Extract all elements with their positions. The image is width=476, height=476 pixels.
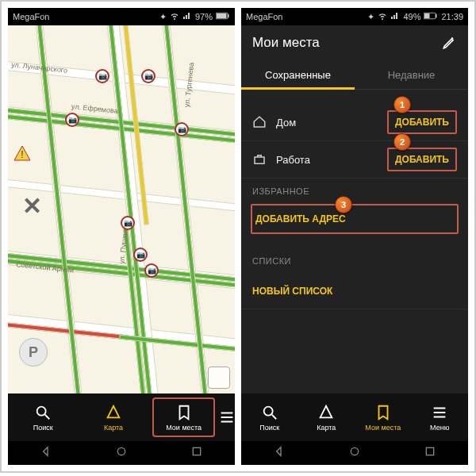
recents-button[interactable] <box>190 445 203 461</box>
highlight-box <box>152 397 215 437</box>
battery-label: 97% <box>195 12 213 21</box>
tabs: Сохраненные Недавние <box>241 60 468 90</box>
status-bar: MegaFon ✦ 97% <box>8 8 235 25</box>
carrier-label: MegaFon <box>13 12 49 21</box>
camera-icon[interactable]: 📷 <box>141 69 155 83</box>
camera-icon[interactable]: 📷 <box>65 113 79 127</box>
phone-left: MegaFon ✦ 97% <box>8 8 235 465</box>
svg-line-13 <box>272 414 277 419</box>
battery-label: 49% <box>403 12 420 21</box>
camera-icon[interactable]: 📷 <box>95 69 109 83</box>
row-home[interactable]: Дом ДОБАВИТЬ 1 <box>241 104 468 141</box>
edit-button[interactable] <box>441 35 457 51</box>
map-view[interactable]: ул. Луначарского ул. Ефремова ул. Турген… <box>8 25 235 393</box>
home-button[interactable] <box>348 445 361 461</box>
layers-button[interactable] <box>208 367 230 389</box>
nav-my-places[interactable]: Мои места <box>148 393 219 441</box>
battery-icon <box>216 12 230 21</box>
annotation-marker: 3 <box>335 196 352 213</box>
nav-my-places[interactable]: Мои места <box>355 393 412 441</box>
svg-rect-10 <box>436 14 437 18</box>
camera-icon[interactable]: 📷 <box>144 263 159 278</box>
home-icon <box>252 115 267 129</box>
camera-icon[interactable]: 📷 <box>175 122 189 136</box>
signal-icon <box>390 11 400 22</box>
tab-saved[interactable]: Сохраненные <box>241 60 355 89</box>
signal-icon <box>182 11 192 22</box>
svg-text:!: ! <box>21 149 23 160</box>
parking-button[interactable]: P <box>19 338 48 367</box>
svg-rect-11 <box>255 157 264 163</box>
tutorial-composite: MegaFon ✦ 97% <box>0 0 476 473</box>
phone-right: MegaFon ✦ 49% 21:39 Мои места Сохраненны… <box>241 8 468 465</box>
wifi-icon <box>378 11 387 22</box>
bottom-nav: Поиск Карта Мои места Меню <box>241 393 468 441</box>
svg-point-12 <box>263 406 272 415</box>
back-button[interactable] <box>40 445 52 461</box>
svg-rect-1 <box>217 13 227 18</box>
add-work-button[interactable]: ДОБАВИТЬ <box>387 148 457 171</box>
svg-point-4 <box>37 406 46 415</box>
clock-label: 21:39 <box>441 12 463 21</box>
screen-header: Мои места <box>241 25 468 60</box>
bluetooth-icon: ✦ <box>159 12 167 22</box>
nav-menu-clipped[interactable] <box>219 393 235 441</box>
favorites-section-header: ИЗБРАННОЕ <box>241 178 468 204</box>
home-button[interactable] <box>115 445 128 461</box>
svg-line-5 <box>45 414 50 419</box>
row-work[interactable]: Работа ДОБАВИТЬ 2 <box>241 141 468 178</box>
new-list-button[interactable]: НОВЫЙ СПИСОК <box>241 274 468 309</box>
bottom-nav: Поиск Карта Мои места <box>8 393 235 441</box>
bluetooth-icon: ✦ <box>367 12 374 22</box>
my-places-screen: Мои места Сохраненные Недавние Дом ДОБАВ… <box>241 25 468 393</box>
tab-recent[interactable]: Недавние <box>355 60 468 89</box>
close-overlay-button[interactable]: ✕ <box>22 192 42 220</box>
road-warning-icon[interactable]: ! <box>13 144 32 163</box>
battery-icon <box>424 12 438 21</box>
nav-map[interactable]: Карта <box>298 393 355 441</box>
add-address-button[interactable]: ДОБАВИТЬ АДРЕС <box>251 204 459 234</box>
android-nav-bar <box>241 441 468 465</box>
svg-rect-7 <box>194 447 201 455</box>
carrier-label: MegaFon <box>246 12 282 21</box>
android-nav-bar <box>8 441 235 465</box>
nav-search[interactable]: Поиск <box>8 393 79 441</box>
nav-map[interactable]: Карта <box>79 393 149 441</box>
camera-icon[interactable]: 📷 <box>133 248 148 262</box>
annotation-marker: 2 <box>393 133 411 151</box>
annotation-marker: 1 <box>393 96 411 113</box>
status-bar: MegaFon ✦ 49% 21:39 <box>241 8 468 25</box>
camera-icon[interactable]: 📷 <box>121 216 135 230</box>
briefcase-icon <box>252 152 267 167</box>
svg-rect-9 <box>424 13 430 18</box>
lists-section-header: СПИСКИ <box>241 248 468 274</box>
svg-point-14 <box>351 447 358 455</box>
wifi-icon <box>170 11 179 22</box>
svg-rect-2 <box>228 14 229 18</box>
svg-point-6 <box>117 447 125 455</box>
page-title: Мои места <box>252 35 320 51</box>
recents-button[interactable] <box>424 445 436 461</box>
svg-rect-15 <box>427 447 434 455</box>
nav-menu[interactable]: Меню <box>412 393 469 441</box>
nav-search[interactable]: Поиск <box>241 393 298 441</box>
add-home-button[interactable]: ДОБАВИТЬ <box>387 110 457 134</box>
back-button[interactable] <box>273 445 286 461</box>
